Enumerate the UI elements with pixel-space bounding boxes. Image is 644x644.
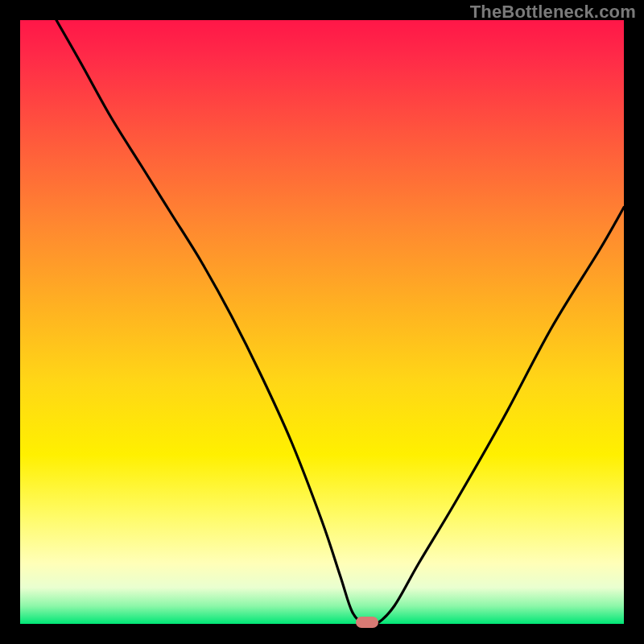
chart-frame: TheBottleneck.com [0,0,644,644]
plot-area [20,20,624,624]
bottleneck-curve [20,20,624,624]
curve-path [56,20,624,625]
optimal-marker [356,617,378,628]
